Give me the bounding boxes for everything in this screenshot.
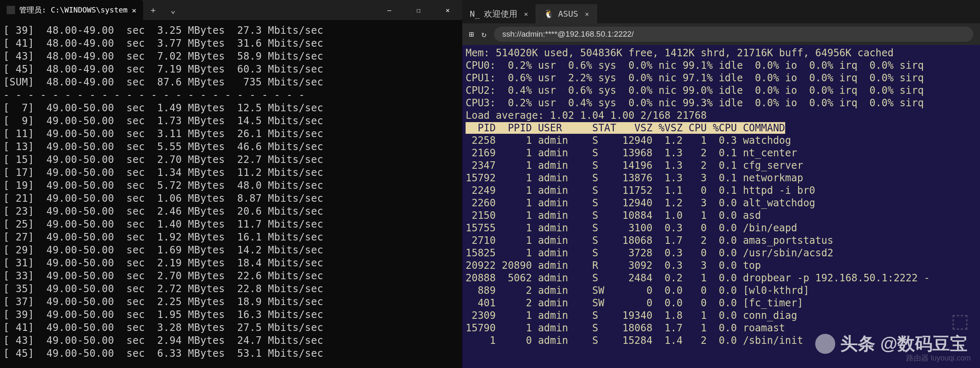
- reload-icon[interactable]: ↻: [481, 29, 486, 39]
- watermark-small: 路由器 luyouqi.com: [906, 353, 971, 363]
- titlebar: 管理员: C:\WINDOWS\system ✕ ＋ ⌄ — ☐ ✕: [0, 0, 462, 20]
- router-logo-icon: ⬚: [952, 305, 967, 335]
- url-text: ssh://admin:****@192.168.50.1:2222/: [502, 30, 634, 39]
- tab-欢迎使用[interactable]: N_欢迎使用✕: [462, 4, 536, 23]
- windows-terminal: 管理员: C:\WINDOWS\system ✕ ＋ ⌄ — ☐ ✕ [ 39]…: [0, 0, 462, 368]
- dropdown-button[interactable]: ⌄: [163, 0, 183, 20]
- ssh-output[interactable]: Mem: 514020K used, 504836K free, 1412K s…: [462, 45, 980, 368]
- watermark-logo-icon: [815, 334, 835, 354]
- window-controls: — ☐ ✕: [375, 0, 462, 20]
- close-icon[interactable]: ✕: [132, 6, 136, 15]
- close-icon[interactable]: ✕: [585, 10, 589, 18]
- tab-icon: N_: [470, 9, 480, 19]
- tab-label: 欢迎使用: [484, 8, 517, 20]
- tab-ASUS[interactable]: 🐧ASUS✕: [536, 4, 597, 23]
- tab-label: ASUS: [558, 9, 578, 19]
- new-tab-button[interactable]: ＋: [143, 0, 163, 20]
- address-bar: ⊞ ↻ ssh://admin:****@192.168.50.1:2222/: [462, 23, 980, 45]
- cmd-icon: [7, 6, 15, 14]
- minimize-button[interactable]: —: [375, 0, 404, 20]
- tabs-bar: N_欢迎使用✕🐧ASUS✕: [462, 0, 980, 23]
- maximize-button[interactable]: ☐: [404, 0, 433, 20]
- terminal-tab[interactable]: 管理员: C:\WINDOWS\system ✕: [0, 0, 143, 20]
- close-button[interactable]: ✕: [433, 0, 462, 20]
- terminal-output[interactable]: [ 39] 48.00-49.00 sec 3.25 MBytes 27.3 M…: [0, 20, 462, 368]
- watermark-text: 头条 @数码豆宝: [840, 332, 967, 355]
- tab-actions: ＋ ⌄: [143, 0, 183, 20]
- new-window-icon[interactable]: ⊞: [469, 29, 474, 39]
- tab-title: 管理员: C:\WINDOWS\system: [19, 5, 128, 15]
- watermark: 头条 @数码豆宝: [815, 332, 967, 355]
- process-header: PID PPID USER STAT VSZ %VSZ CPU %CPU COM…: [466, 122, 785, 134]
- ssh-terminal: N_欢迎使用✕🐧ASUS✕ ⊞ ↻ ssh://admin:****@192.1…: [462, 0, 980, 368]
- tab-icon: 🐧: [544, 9, 554, 19]
- url-input[interactable]: ssh://admin:****@192.168.50.1:2222/: [494, 27, 973, 42]
- close-icon[interactable]: ✕: [524, 10, 528, 18]
